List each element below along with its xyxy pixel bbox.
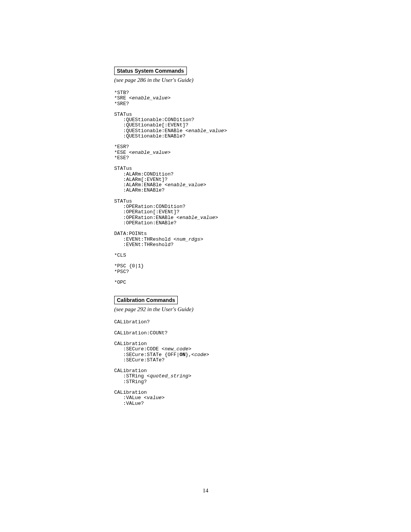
command-block: *PSC {0|1} *PSC?: [114, 264, 369, 275]
command-line: CALibration?: [114, 319, 150, 325]
command-line: *PSC?: [114, 269, 129, 275]
command-block: CALibration:COUNt?: [114, 331, 369, 336]
command-line: CALibration:COUNt?: [114, 330, 167, 336]
command-line: *SRE <enable_value>: [114, 95, 170, 101]
command-line: :EVENt:THReshold <num_rdgs>: [114, 236, 203, 242]
command-block: DATA:POINts :EVENt:THReshold <num_rdgs> …: [114, 231, 369, 248]
command-line: :ALARm[:EVENt]?: [114, 177, 167, 182]
command-line: STATus: [114, 112, 132, 117]
command-line: :OPERation[:EVENt]?: [114, 209, 180, 215]
command-line: :STRing <quoted_string>: [114, 373, 191, 379]
command-block: CALibration?: [114, 320, 369, 325]
command-line: :SECure:CODE <new_code>: [114, 346, 191, 352]
section: Calibration Commands(see page 292 in the…: [114, 296, 369, 406]
command-line: :SECure:STATe?: [114, 357, 165, 363]
command-block: STATus :ALARm:CONDition? :ALARm[:EVENt]?…: [114, 166, 369, 193]
command-line: *PSC {0|1}: [114, 263, 144, 269]
command-line: *ESE <enable_value>: [114, 150, 170, 155]
command-line: *CLS: [114, 252, 126, 258]
command-line: DATA:POINts: [114, 231, 147, 236]
command-line: *ESR?: [114, 144, 129, 150]
document-content: Status System Commands(see page 286 in t…: [114, 67, 369, 406]
see-page-reference: (see page 292 in the User's Guide): [114, 306, 369, 313]
command-line: *SRE?: [114, 101, 129, 107]
document-page: Status System Commands(see page 286 in t…: [0, 0, 411, 532]
command-block: *ESR? *ESE <enable_value> *ESE?: [114, 144, 369, 161]
command-block: CALibration :SECure:CODE <new_code> :SEC…: [114, 341, 369, 363]
command-line: STATus: [114, 198, 132, 204]
command-line: :STRing?: [114, 379, 147, 385]
command-line: :QUEStionable:CONDition?: [114, 117, 194, 123]
command-block: *OPC: [114, 280, 369, 285]
command-line: :ALARm:ENABle <enable_value>: [114, 182, 206, 188]
command-line: CALibration: [114, 341, 147, 347]
command-line: :QUEStionable[:EVENt]?: [114, 122, 188, 128]
command-block: STATus :OPERation:CONDition? :OPERation[…: [114, 199, 369, 226]
command-line: :ALARm:ENABle?: [114, 187, 165, 193]
command-line: STATus: [114, 166, 132, 171]
section: Status System Commands(see page 286 in t…: [114, 67, 369, 285]
command-block: CALibration :STRing <quoted_string> :STR…: [114, 368, 369, 385]
command-line: :ALARm:CONDition?: [114, 171, 174, 177]
command-line: :QUEStionable:ENABle?: [114, 133, 185, 139]
command-block: CALibration :VALue <value> :VALue?: [114, 390, 369, 406]
command-line: :OPERation:CONDition?: [114, 204, 185, 209]
command-line: CALibration: [114, 390, 147, 395]
command-block: *STB? *SRE <enable_value> *SRE?: [114, 90, 369, 107]
command-line: *ESE?: [114, 155, 129, 161]
see-page-reference: (see page 286 in the User's Guide): [114, 77, 369, 83]
command-block: STATus :QUEStionable:CONDition? :QUEStio…: [114, 112, 369, 139]
command-line: *OPC: [114, 280, 126, 285]
command-line: :SECure:STATe {OFF|ON},<code>: [114, 352, 209, 358]
command-line: :OPERation:ENABle <enable_value>: [114, 215, 218, 220]
command-line: :QUEStionable:ENABle <enable_value>: [114, 128, 227, 134]
command-line: :VALue?: [114, 401, 144, 406]
section-title: Calibration Commands: [114, 296, 178, 304]
section-title: Status System Commands: [114, 67, 187, 75]
page-number: 14: [0, 487, 411, 494]
command-line: CALibration: [114, 368, 147, 374]
command-line: :VALue <value>: [114, 395, 165, 401]
command-block: *CLS: [114, 253, 369, 258]
command-line: *STB?: [114, 90, 129, 96]
command-line: :OPERation:ENABle?: [114, 220, 177, 226]
command-line: :EVENt:THReshold?: [114, 242, 174, 248]
